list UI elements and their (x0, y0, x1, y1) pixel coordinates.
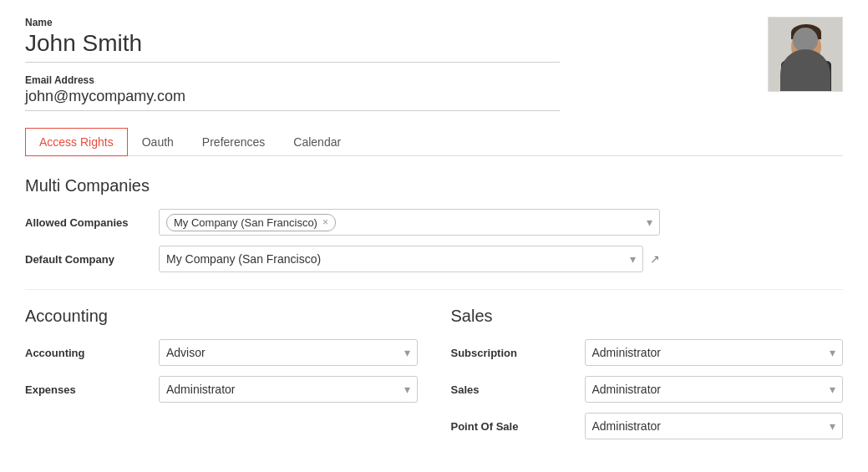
email-value: john@mycompamy.com (25, 88, 560, 111)
tab-content-access-rights: Multi Companies Allowed Companies My Com… (25, 176, 843, 449)
header-section: Name John Smith Email Address john@mycom… (25, 17, 843, 111)
section-divider (25, 289, 843, 290)
svg-rect-6 (791, 33, 821, 39)
tab-calendar[interactable]: Calendar (279, 128, 355, 156)
point-of-sale-label: Point Of Sale (451, 420, 585, 433)
sales-select-text: Administrator (592, 383, 661, 396)
allowed-companies-value: My Company (San Francisco) × (159, 209, 660, 236)
default-company-label: Default Company (25, 253, 159, 266)
allowed-companies-row: Allowed Companies My Company (San Franci… (25, 209, 843, 236)
page-container: Name John Smith Email Address john@mycom… (0, 0, 868, 466)
multi-companies-section: Multi Companies Allowed Companies My Com… (25, 176, 843, 272)
default-company-select-group: My Company (San Francisco) ↗ (159, 246, 660, 272)
point-of-sale-select-text: Administrator (592, 419, 661, 433)
company-tag-close[interactable]: × (322, 216, 328, 228)
accounting-section: Accounting Accounting Advisor Expenses A… (25, 307, 418, 449)
svg-marker-3 (805, 66, 808, 79)
point-of-sale-value: Administrator (585, 413, 844, 439)
tab-preferences[interactable]: Preferences (188, 128, 279, 156)
sales-section: Sales Subscription Administrator Sales A… (451, 307, 844, 449)
name-label: Name (25, 17, 743, 28)
avatar[interactable] (768, 17, 843, 92)
sales-label: Sales (451, 383, 585, 396)
allowed-companies-input[interactable]: My Company (San Francisco) × (159, 209, 660, 236)
accounting-select-text: Advisor (166, 346, 206, 359)
default-company-external-link[interactable]: ↗ (650, 252, 660, 266)
company-tag: My Company (San Francisco) × (166, 214, 336, 231)
default-company-select-text: My Company (San Francisco) (166, 252, 321, 266)
expenses-select-text: Administrator (166, 383, 235, 396)
svg-rect-1 (781, 61, 831, 91)
subscription-select[interactable]: Administrator (585, 339, 844, 366)
name-value: John Smith (25, 30, 560, 63)
svg-rect-7 (801, 61, 811, 68)
point-of-sale-row: Point Of Sale Administrator (451, 413, 844, 439)
tab-oauth[interactable]: Oauth (128, 128, 188, 156)
expenses-label: Expenses (25, 383, 159, 396)
subscription-row: Subscription Administrator (451, 339, 844, 366)
subscription-label: Subscription (451, 347, 585, 359)
accounting-select[interactable]: Advisor (159, 339, 418, 366)
sales-select[interactable]: Administrator (585, 376, 844, 403)
expenses-select[interactable]: Administrator (159, 376, 418, 403)
avatar-image (769, 18, 842, 91)
svg-marker-9 (811, 63, 818, 69)
sales-value: Administrator (585, 376, 844, 403)
tabs-container: Access Rights Oauth Preferences Calendar (25, 128, 843, 156)
tab-access-rights[interactable]: Access Rights (25, 128, 128, 156)
svg-marker-2 (800, 61, 812, 76)
default-company-select[interactable]: My Company (San Francisco) (159, 246, 643, 272)
accounting-title: Accounting (25, 307, 418, 326)
sales-row: Sales Administrator (451, 376, 844, 403)
default-company-row: Default Company My Company (San Francisc… (25, 246, 843, 272)
svg-point-4 (791, 30, 821, 63)
default-company-value: My Company (San Francisco) ↗ (159, 246, 660, 272)
accounting-label: Accounting (25, 347, 159, 359)
expenses-value: Administrator (159, 376, 418, 403)
allowed-companies-label: Allowed Companies (25, 216, 159, 229)
multi-companies-title: Multi Companies (25, 176, 843, 195)
svg-marker-8 (794, 63, 801, 69)
sales-title: Sales (451, 307, 844, 326)
accounting-row: Accounting Advisor (25, 339, 418, 366)
point-of-sale-select[interactable]: Administrator (585, 413, 844, 439)
two-col-sections: Accounting Accounting Advisor Expenses A… (25, 307, 843, 449)
accounting-value: Advisor (159, 339, 418, 366)
subscription-value: Administrator (585, 339, 844, 366)
subscription-select-text: Administrator (592, 346, 661, 359)
expenses-row: Expenses Administrator (25, 376, 418, 403)
company-tag-label: My Company (San Francisco) (174, 216, 317, 229)
email-label: Email Address (25, 74, 743, 86)
